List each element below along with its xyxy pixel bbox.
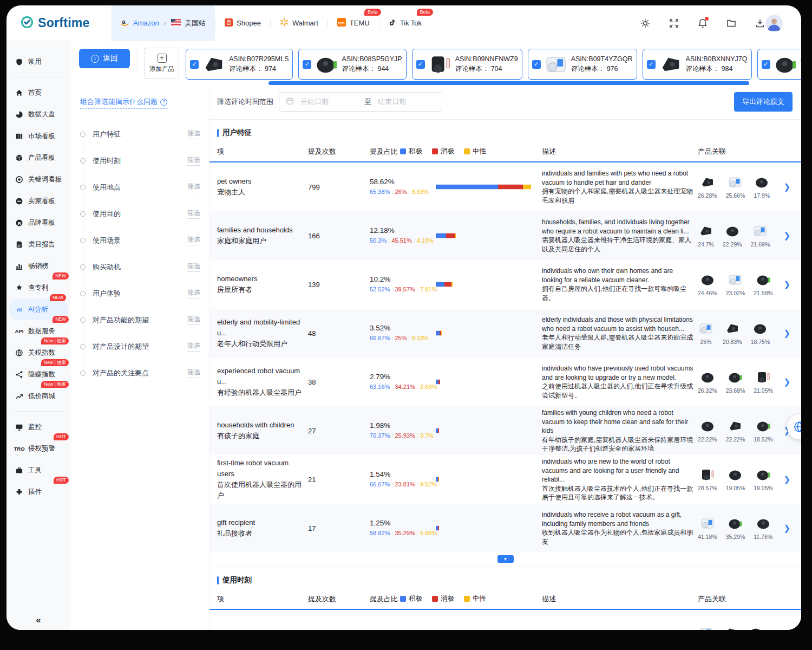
sidebar-item-report[interactable]: 类目报告: [6, 233, 70, 255]
sidebar-item-seller[interactable]: 卖家看板: [6, 190, 70, 212]
platform-tab-temu[interactable]: temTEMUBeta: [328, 5, 379, 41]
sidebar-item-tro[interactable]: TRO侵权预警HOT: [6, 438, 70, 459]
related-product[interactable]: 21.69%: [751, 224, 770, 248]
filter-action-link[interactable]: 筛选: [187, 209, 200, 219]
related-product[interactable]: 11.76%: [754, 517, 772, 540]
filter-action-link[interactable]: 筛选: [187, 129, 200, 139]
related-product[interactable]: [748, 626, 764, 630]
asin-checkbox[interactable]: ✓: [647, 60, 656, 69]
product-relevance-pct: 23.02%: [726, 290, 745, 296]
filter-action-link[interactable]: 筛选: [187, 288, 200, 298]
filter-action-link[interactable]: 筛选: [187, 235, 200, 245]
avatar[interactable]: [765, 15, 783, 32]
row-expand-chevron[interactable]: ❯: [783, 629, 790, 630]
asin-checkbox[interactable]: ✓: [416, 60, 425, 69]
row-expand-chevron[interactable]: ❯: [783, 280, 790, 289]
sidebar-item-target[interactable]: 关键词看板: [6, 168, 70, 190]
sidebar: 常用首页数据大盘市场看板产品看板关键词看板卖家看板R品牌看板类目报告畅销榜查专利…: [6, 41, 70, 630]
notifications-icon[interactable]: [697, 18, 708, 29]
related-product[interactable]: 20.83%: [723, 322, 742, 345]
expand-section-button[interactable]: ▼: [497, 555, 514, 563]
related-product[interactable]: 35.29%: [726, 517, 745, 540]
fullscreen-icon[interactable]: [669, 18, 679, 29]
related-product[interactable]: [698, 626, 714, 630]
platform-tab-tiktok[interactable]: Tik TokBeta: [379, 5, 431, 41]
row-expand-chevron[interactable]: ❯: [783, 231, 790, 240]
platform-tab-walmart[interactable]: Walmart: [271, 5, 328, 41]
filter-action-link[interactable]: 筛选: [187, 182, 200, 192]
filter-action-link[interactable]: 筛选: [187, 262, 200, 272]
related-product[interactable]: 24.46%: [698, 273, 717, 296]
asin-card[interactable]: ✓ASIN:B09NNFNWZ9评论样本： 704: [412, 49, 522, 80]
asin-checkbox[interactable]: ✓: [762, 60, 770, 69]
asin-card[interactable]: ✓ASIN:B08SP5GYJP评论样本： 944: [298, 49, 406, 80]
topbar: Sorftime aAmazon›美国站ShopeeWalmarttemTEMU…: [6, 5, 801, 41]
filter-help-link[interactable]: 组合筛选能揭示什么问题 ?: [80, 97, 167, 109]
related-product[interactable]: 19.05%: [726, 468, 745, 491]
asin-card[interactable]: ✓ASIN:B07R295MLS评论样本： 974: [186, 49, 293, 80]
settings-icon[interactable]: [640, 18, 651, 29]
sidebar-item-lowprice[interactable]: 低价商城New | 独家: [6, 385, 70, 407]
sidebar-item-label: 产品看板: [28, 153, 55, 162]
related-product[interactable]: 26.32%: [698, 370, 717, 394]
filter-action-link[interactable]: 筛选: [187, 368, 200, 378]
folder-icon[interactable]: [726, 18, 737, 29]
cards-scrollbar[interactable]: [269, 81, 749, 85]
related-product[interactable]: 21.58%: [754, 273, 773, 296]
related-product[interactable]: 22.22%: [726, 419, 745, 443]
product-relevance-pct: 28.57%: [698, 485, 717, 491]
platform-tab-amazon[interactable]: aAmazon›美国站: [112, 5, 215, 41]
related-product[interactable]: 19.05%: [754, 468, 773, 491]
download-icon[interactable]: [755, 18, 765, 29]
row-expand-chevron[interactable]: ❯: [783, 474, 790, 484]
asin-card[interactable]: ✓ASIN:B09T4YZGQR评论样本： 976: [528, 49, 637, 80]
asin-checkbox[interactable]: ✓: [532, 60, 541, 69]
row-expand-chevron[interactable]: ❯: [783, 377, 790, 387]
col-desc: 描述: [542, 594, 556, 604]
related-product[interactable]: 28.57%: [698, 468, 717, 491]
export-reviews-button[interactable]: 导出评论原文: [734, 92, 793, 112]
sidebar-item-bars[interactable]: 市场看板: [6, 125, 70, 147]
asin-checkbox[interactable]: ✓: [190, 60, 199, 69]
related-product[interactable]: 23.02%: [726, 273, 745, 296]
platform-tab-shopee[interactable]: Shopee: [215, 5, 270, 41]
svg-text:a: a: [122, 18, 126, 25]
sidebar-item-label: 低价商城: [28, 392, 55, 401]
product-thumbnail: [755, 517, 771, 532]
date-range-input[interactable]: 开始日期 至 结束日期: [279, 92, 442, 112]
sidebar-badge: NEW: [50, 294, 66, 301]
related-product[interactable]: 24.7%: [698, 224, 714, 248]
sidebar-item-brand[interactable]: R品牌看板: [6, 212, 70, 233]
related-product[interactable]: 17.9%: [754, 176, 770, 199]
asin-checkbox[interactable]: ✓: [303, 60, 311, 69]
sidebar-item-shield[interactable]: 常用: [6, 51, 70, 73]
related-product[interactable]: 21.05%: [754, 370, 773, 394]
related-product[interactable]: 25%: [698, 322, 714, 345]
sidebar-item-box[interactable]: 产品看板: [6, 147, 70, 168]
related-product[interactable]: 26.28%: [698, 176, 717, 199]
related-product[interactable]: 41.18%: [698, 517, 717, 540]
related-product[interactable]: 18.75%: [751, 322, 770, 345]
related-product[interactable]: [723, 626, 739, 630]
filter-action-link[interactable]: 筛选: [187, 341, 200, 352]
back-button[interactable]: ‹ 返回: [79, 49, 130, 68]
row-expand-chevron[interactable]: ❯: [783, 328, 790, 338]
row-expand-chevron[interactable]: ❯: [783, 523, 790, 533]
related-product[interactable]: 22.22%: [698, 419, 717, 443]
related-product[interactable]: 18.52%: [754, 419, 773, 443]
sidebar-item-home[interactable]: 首页: [6, 82, 70, 103]
asin-card[interactable]: ✓ASIN:B0BXNNYJ7Q评论样本： 984: [643, 49, 752, 80]
item-name: experienced robot vacuum u...有经验的机器人吸尘器用…: [217, 366, 305, 398]
sidebar-item-plugin[interactable]: 插件HOT: [6, 481, 70, 503]
filter-action-link[interactable]: 筛选: [187, 315, 200, 325]
filter-action-link[interactable]: 筛选: [187, 155, 200, 166]
asin-card[interactable]: ✓ASIN:B0CV评论样本： 4: [757, 49, 801, 80]
related-product[interactable]: 25.66%: [726, 176, 745, 199]
mention-ratio: 1.25%58.82% : 35.29% : 5.88%: [370, 518, 437, 538]
related-product[interactable]: 23.68%: [726, 370, 745, 394]
sidebar-item-pie[interactable]: 数据大盘: [6, 103, 70, 125]
related-product[interactable]: 22.29%: [723, 224, 742, 248]
sidebar-collapse-button[interactable]: «: [6, 615, 70, 626]
add-product-button[interactable]: + 添加产品: [145, 48, 179, 79]
row-expand-chevron[interactable]: ❯: [783, 182, 790, 192]
